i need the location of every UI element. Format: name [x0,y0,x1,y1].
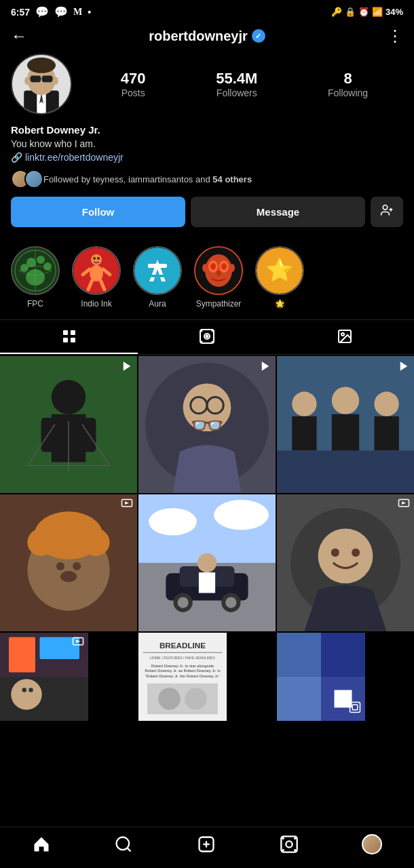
username-header: robertdowneyjr ✓ [149,28,265,44]
svg-rect-147 [352,705,358,710]
svg-point-25 [91,254,102,265]
svg-point-83 [332,387,359,414]
posts-label: Posts [121,87,145,98]
link-url: linktr.ee/robertdowneyjr [25,152,124,163]
svg-point-10 [27,58,56,73]
svg-point-158 [294,849,297,852]
nav-profile[interactable] [362,834,382,854]
status-bar: 6:57 💬 💬 M • 🔑 🔒 ⏰ 📶 34% [0,0,414,21]
svg-point-33 [134,248,181,294]
svg-point-98 [60,571,77,582]
svg-point-18 [37,256,45,264]
svg-point-118 [352,549,360,557]
verified-badge: ✓ [252,29,265,43]
highlight-circle-indio [72,246,121,295]
svg-point-57 [200,341,202,343]
svg-rect-87 [277,450,414,493]
svg-rect-5 [31,76,41,83]
svg-point-43 [217,271,221,276]
svg-marker-88 [400,361,408,371]
photo-cell-7[interactable] [0,633,88,721]
avatar[interactable] [11,54,72,115]
highlight-sympathizer[interactable]: Sympathizer [194,246,243,309]
svg-point-138 [158,688,181,710]
svg-rect-36 [151,275,164,277]
menu-button[interactable]: ⋮ [387,26,403,45]
svg-rect-137 [147,684,218,715]
svg-marker-79 [262,361,269,371]
status-right: 🔑 🔒 ⏰ 📶 34% [331,7,403,17]
svg-point-95 [72,521,92,542]
photo-cell-2[interactable]: 👓 [138,356,276,493]
svg-point-44 [202,264,208,272]
nav-home[interactable] [32,835,51,854]
photo-cell-9[interactable] [277,633,365,721]
profile-bio: You know who I am. [11,138,403,149]
svg-point-13 [383,205,388,210]
svg-point-81 [292,392,316,416]
tab-reels[interactable] [138,320,276,354]
svg-rect-82 [292,416,316,451]
svg-rect-143 [277,677,321,721]
svg-point-11 [24,77,30,84]
medium-icon: M [73,7,82,18]
reel-icon-6 [398,498,410,514]
photo-cell-1[interactable] [0,356,137,493]
photo-cell-5[interactable] [138,494,276,631]
follower-avatars [11,170,38,189]
svg-rect-6 [42,76,52,83]
following-stat[interactable]: 8 Following [328,70,368,98]
followers-count: 55.4M [216,70,257,87]
svg-marker-100 [125,502,129,505]
photo-cell-3[interactable] [277,356,414,493]
svg-rect-142 [321,633,365,677]
svg-point-54 [206,336,208,338]
photo-grid: 👓 [0,356,414,721]
svg-point-45 [229,264,235,272]
photo-cell-4[interactable] [0,494,137,631]
tab-tagged[interactable] [276,320,414,354]
svg-point-156 [294,837,297,840]
svg-point-58 [211,341,213,343]
svg-point-154 [286,841,292,847]
highlight-fpc[interactable]: FPC [11,246,60,309]
followers-stat[interactable]: 55.4M Followers [216,70,257,98]
photo-cell-6[interactable] [277,494,414,631]
svg-rect-51 [71,338,75,342]
highlight-circle-fpc [11,246,60,295]
posts-stat[interactable]: 470 Posts [121,70,146,98]
messenger2-icon: 💬 [54,5,68,18]
svg-point-97 [73,562,81,570]
tab-grid[interactable] [0,320,138,354]
svg-point-42 [221,263,227,270]
following-label: Following [328,87,368,98]
follow-button[interactable]: Follow [11,197,185,227]
action-buttons: Follow Message [11,197,403,227]
add-friend-button[interactable] [371,197,403,227]
svg-rect-141 [277,633,321,677]
svg-point-12 [53,77,58,84]
nav-reels[interactable] [280,835,299,854]
nav-add[interactable] [197,835,216,854]
svg-rect-84 [332,414,359,452]
svg-text:Robert Downey Jr. as Robert Do: Robert Downey Jr. as Robert Downey Jr. i… [145,669,221,673]
svg-point-55 [200,330,202,332]
lock-icon: 🔒 [345,7,356,17]
reel-icon-7 [72,637,84,652]
svg-point-111 [225,597,236,608]
message-button[interactable]: Message [191,197,365,227]
highlight-aura[interactable]: Aura [133,246,182,309]
svg-marker-70 [124,361,131,371]
svg-line-149 [128,848,131,851]
highlight-indio-ink[interactable]: Indio Ink [72,246,121,309]
profile-link[interactable]: 🔗 linktr.ee/robertdowneyjr [11,152,403,163]
svg-point-31 [93,257,96,260]
highlight-5[interactable]: ⭐ 🌟 [255,246,304,309]
highlight-label-indio: Indio Ink [81,299,111,309]
profile-stats-row: 470 Posts 55.4M Followers 8 Following [11,54,403,115]
nav-search[interactable] [114,835,133,854]
back-button[interactable]: ← [11,26,27,45]
posts-count: 470 [121,70,146,87]
photo-cell-8[interactable]: BREADLINE HOME / FEATURES / FAKE HEADLIN… [138,633,227,721]
svg-text:HOME / FEATURES / FAKE HEADLIN: HOME / FEATURES / FAKE HEADLINES [150,656,215,660]
